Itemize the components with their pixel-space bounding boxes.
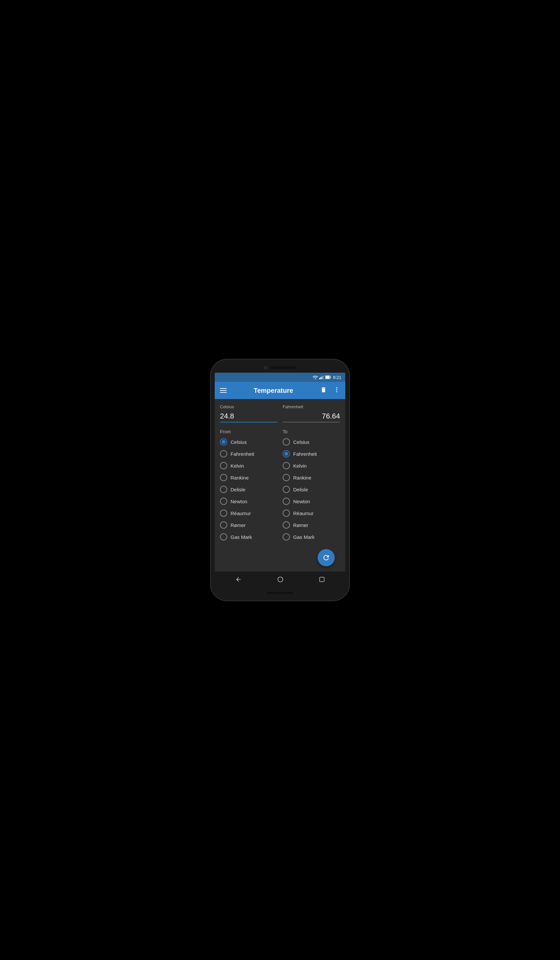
- radio-label: Fahrenheit: [230, 451, 254, 457]
- back-button[interactable]: [232, 573, 245, 587]
- radio-label: Réaumur: [230, 510, 251, 516]
- status-time: 9:21: [333, 375, 341, 380]
- columns-row: From CelsiusFahrenheitKelvinRankineDelis…: [220, 429, 340, 545]
- radio-circle: [283, 498, 290, 505]
- from-radio-item[interactable]: Rankine: [220, 474, 277, 481]
- from-radio-item[interactable]: Kelvin: [220, 462, 277, 469]
- refresh-icon: [322, 554, 330, 562]
- wifi-icon: [313, 375, 318, 379]
- hamburger-line-2: [220, 390, 227, 391]
- from-input-label: Celsius: [220, 404, 277, 409]
- hamburger-button[interactable]: [218, 386, 229, 395]
- from-options: CelsiusFahrenheitKelvinRankineDelisleNew…: [220, 438, 277, 541]
- to-radio-item[interactable]: Rankine: [283, 474, 340, 481]
- radio-circle: [283, 438, 290, 446]
- recents-icon: [319, 576, 325, 582]
- to-radio-item[interactable]: Kelvin: [283, 462, 340, 469]
- radio-label: Fahrenheit: [293, 451, 317, 457]
- radio-circle: [283, 450, 290, 458]
- to-radio-item[interactable]: Delisle: [283, 486, 340, 493]
- radio-circle: [220, 474, 227, 481]
- svg-rect-3: [323, 375, 324, 379]
- to-column: To CelsiusFahrenheitKelvinRankineDelisle…: [283, 429, 340, 545]
- svg-point-8: [336, 389, 337, 390]
- radio-label: Gas Mark: [230, 534, 252, 540]
- signal-icon: [319, 375, 324, 379]
- svg-point-7: [336, 387, 337, 388]
- from-radio-item[interactable]: Fahrenheit: [220, 450, 277, 458]
- more-button[interactable]: [331, 384, 342, 397]
- radio-circle: [283, 462, 290, 469]
- from-radio-item[interactable]: Newton: [220, 498, 277, 505]
- radio-label: Celsius: [230, 439, 247, 445]
- radio-label: Rømer: [293, 522, 308, 528]
- from-input-group: Celsius: [220, 404, 277, 422]
- status-bar: 9:21: [215, 373, 345, 382]
- earpiece: [270, 366, 296, 369]
- radio-label: Rankine: [230, 475, 249, 480]
- radio-label: Newton: [230, 499, 247, 504]
- app-bar-actions: [318, 384, 342, 397]
- svg-rect-0: [319, 378, 320, 379]
- recents-button[interactable]: [316, 574, 328, 587]
- to-radio-item[interactable]: Celsius: [283, 438, 340, 446]
- status-icons: [313, 375, 331, 379]
- svg-point-9: [336, 391, 337, 392]
- radio-circle: [220, 533, 227, 541]
- radio-circle: [220, 438, 227, 446]
- radio-label: Rømer: [230, 522, 246, 528]
- radio-label: Celsius: [293, 439, 309, 445]
- from-column: From CelsiusFahrenheitKelvinRankineDelis…: [220, 429, 277, 545]
- app-title: Temperature: [229, 387, 318, 394]
- to-radio-item[interactable]: Réaumur: [283, 509, 340, 517]
- radio-circle: [220, 522, 227, 529]
- delete-button[interactable]: [318, 384, 330, 397]
- to-radio-item[interactable]: Fahrenheit: [283, 450, 340, 458]
- radio-circle: [220, 509, 227, 517]
- svg-rect-2: [322, 376, 323, 379]
- from-radio-item[interactable]: Réaumur: [220, 509, 277, 517]
- radio-inner: [284, 452, 288, 456]
- radio-circle: [283, 486, 290, 493]
- radio-circle: [283, 522, 290, 529]
- home-button[interactable]: [274, 573, 286, 587]
- radio-label: Delisle: [230, 487, 245, 492]
- radio-circle: [283, 533, 290, 541]
- from-radio-item[interactable]: Delisle: [220, 486, 277, 493]
- radio-circle: [283, 474, 290, 481]
- phone-screen: 9:21 Temperature: [215, 373, 345, 589]
- from-radio-item[interactable]: Rømer: [220, 522, 277, 529]
- trash-icon: [320, 387, 327, 393]
- radio-label: Delisle: [293, 487, 308, 492]
- from-input[interactable]: [220, 411, 277, 422]
- radio-label: Rankine: [293, 475, 311, 480]
- radio-label: Kelvin: [293, 463, 307, 469]
- back-icon: [235, 576, 242, 583]
- radio-circle: [220, 450, 227, 458]
- to-radio-item[interactable]: Gas Mark: [283, 533, 340, 541]
- content-area: Celsius Fahrenheit From CelsiusFahrenhei…: [215, 399, 345, 571]
- radio-inner: [222, 440, 226, 444]
- phone-bottom: [215, 592, 345, 594]
- battery-icon: [325, 375, 331, 379]
- convert-fab[interactable]: [318, 549, 335, 566]
- camera: [264, 366, 267, 370]
- to-input[interactable]: [283, 411, 340, 422]
- more-vert-icon: [333, 387, 340, 393]
- to-column-title: To: [283, 429, 340, 434]
- radio-label: Kelvin: [230, 463, 244, 469]
- from-radio-item[interactable]: Celsius: [220, 438, 277, 446]
- to-input-group: Fahrenheit: [283, 404, 340, 422]
- radio-circle: [220, 498, 227, 505]
- to-input-label: Fahrenheit: [283, 404, 340, 409]
- to-radio-item[interactable]: Rømer: [283, 522, 340, 529]
- radio-label: Newton: [293, 499, 310, 504]
- from-radio-item[interactable]: Gas Mark: [220, 533, 277, 541]
- svg-rect-1: [320, 377, 322, 379]
- to-radio-item[interactable]: Newton: [283, 498, 340, 505]
- from-column-title: From: [220, 429, 277, 434]
- input-row: Celsius Fahrenheit: [220, 404, 340, 422]
- phone-device: 9:21 Temperature: [211, 360, 349, 600]
- app-bar: Temperature: [215, 382, 345, 399]
- nav-bar: [215, 571, 345, 589]
